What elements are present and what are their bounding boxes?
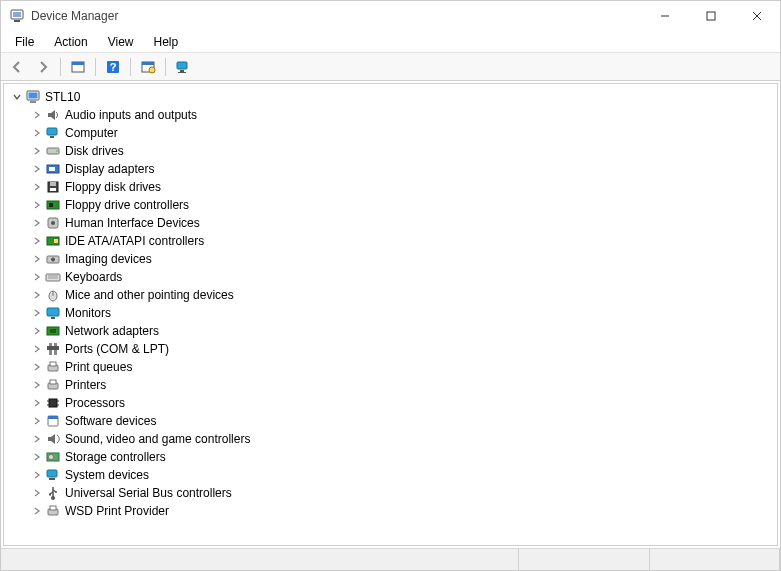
chevron-right-icon[interactable]	[30, 270, 44, 284]
floppy-icon	[45, 179, 61, 195]
chevron-right-icon[interactable]	[30, 216, 44, 230]
chevron-right-icon[interactable]	[30, 306, 44, 320]
svg-rect-30	[49, 203, 53, 207]
tree-category[interactable]: Software devices	[6, 412, 775, 430]
tree-category[interactable]: Display adapters	[6, 160, 775, 178]
tree-category[interactable]: Imaging devices	[6, 250, 775, 268]
tree-category[interactable]: Ports (COM & LPT)	[6, 340, 775, 358]
devices-button[interactable]	[171, 56, 195, 78]
forward-button[interactable]	[31, 56, 55, 78]
svg-point-32	[51, 221, 55, 225]
tree-category-label: IDE ATA/ATAPI controllers	[65, 234, 204, 248]
tree-category-label: WSD Print Provider	[65, 504, 169, 518]
chevron-right-icon[interactable]	[30, 144, 44, 158]
svg-rect-8	[72, 62, 84, 65]
minimize-button[interactable]	[642, 1, 688, 31]
mouse-icon	[45, 287, 61, 303]
chevron-right-icon[interactable]	[30, 450, 44, 464]
computer-icon	[45, 125, 61, 141]
svg-rect-4	[707, 12, 715, 20]
chevron-right-icon[interactable]	[30, 360, 44, 374]
menu-view[interactable]: View	[98, 33, 144, 51]
chevron-right-icon[interactable]	[30, 396, 44, 410]
chevron-right-icon[interactable]	[30, 468, 44, 482]
svg-rect-53	[49, 399, 57, 407]
system-icon	[45, 467, 61, 483]
toolbar: ?	[1, 53, 780, 81]
tree-category[interactable]: Audio inputs and outputs	[6, 106, 775, 124]
tree-category[interactable]: Processors	[6, 394, 775, 412]
tree-category[interactable]: Network adapters	[6, 322, 775, 340]
show-hidden-button[interactable]	[66, 56, 90, 78]
chevron-right-icon[interactable]	[30, 504, 44, 518]
close-button[interactable]	[734, 1, 780, 31]
status-segment	[1, 549, 519, 570]
tree-root[interactable]: STL10	[6, 88, 775, 106]
tree-category[interactable]: IDE ATA/ATAPI controllers	[6, 232, 775, 250]
chevron-right-icon[interactable]	[30, 342, 44, 356]
menu-file[interactable]: File	[5, 33, 44, 51]
tree-category-label: Print queues	[65, 360, 132, 374]
menu-action[interactable]: Action	[44, 33, 97, 51]
chevron-right-icon[interactable]	[30, 486, 44, 500]
help-button[interactable]: ?	[101, 56, 125, 78]
tree-category-label: Floppy drive controllers	[65, 198, 189, 212]
svg-point-65	[55, 491, 57, 493]
tree-category[interactable]: Universal Serial Bus controllers	[6, 484, 775, 502]
tree-category-label: Floppy disk drives	[65, 180, 161, 194]
tree-category[interactable]: Print queues	[6, 358, 775, 376]
svg-rect-21	[50, 136, 54, 138]
back-button[interactable]	[5, 56, 29, 78]
tree-category-label: Sound, video and game controllers	[65, 432, 250, 446]
tree-category[interactable]: Disk drives	[6, 142, 775, 160]
tree-category[interactable]: Floppy drive controllers	[6, 196, 775, 214]
chevron-right-icon[interactable]	[30, 108, 44, 122]
tree-category[interactable]: Mice and other pointing devices	[6, 286, 775, 304]
scan-hardware-button[interactable]	[136, 56, 160, 78]
tree-category-label: Mice and other pointing devices	[65, 288, 234, 302]
window-title: Device Manager	[31, 9, 118, 23]
tree-category[interactable]: Sound, video and game controllers	[6, 430, 775, 448]
maximize-button[interactable]	[688, 1, 734, 31]
chevron-right-icon[interactable]	[30, 162, 44, 176]
chevron-right-icon[interactable]	[30, 324, 44, 338]
svg-text:?: ?	[110, 61, 117, 73]
svg-rect-1	[13, 12, 21, 17]
tree-category[interactable]: Floppy disk drives	[6, 178, 775, 196]
usb-icon	[45, 485, 61, 501]
tree-category-label: System devices	[65, 468, 149, 482]
toolbar-separator	[60, 58, 61, 76]
chevron-right-icon[interactable]	[30, 198, 44, 212]
tree-category-label: Display adapters	[65, 162, 154, 176]
tree-category-label: Human Interface Devices	[65, 216, 200, 230]
tree-category[interactable]: System devices	[6, 466, 775, 484]
chevron-right-icon[interactable]	[30, 252, 44, 266]
tree-category[interactable]: Storage controllers	[6, 448, 775, 466]
svg-rect-25	[49, 167, 55, 171]
tree-category[interactable]: Printers	[6, 376, 775, 394]
keyboard-icon	[45, 269, 61, 285]
chevron-right-icon[interactable]	[30, 378, 44, 392]
chevron-right-icon[interactable]	[30, 180, 44, 194]
tree-category[interactable]: Human Interface Devices	[6, 214, 775, 232]
monitor-icon	[45, 305, 61, 321]
chevron-right-icon[interactable]	[30, 126, 44, 140]
tree-category[interactable]: Keyboards	[6, 268, 775, 286]
statusbar	[1, 548, 780, 570]
device-tree: STL10 Audio inputs and outputsComputerDi…	[4, 84, 777, 524]
hid-icon	[45, 215, 61, 231]
svg-rect-68	[50, 506, 56, 510]
chevron-right-icon[interactable]	[30, 414, 44, 428]
tree-category[interactable]: WSD Print Provider	[6, 502, 775, 520]
chevron-down-icon[interactable]	[10, 90, 24, 104]
svg-rect-28	[50, 188, 56, 191]
tree-category-label: Audio inputs and outputs	[65, 108, 197, 122]
tree-category[interactable]: Computer	[6, 124, 775, 142]
device-tree-container[interactable]: STL10 Audio inputs and outputsComputerDi…	[3, 83, 778, 546]
chevron-right-icon[interactable]	[30, 432, 44, 446]
chevron-right-icon[interactable]	[30, 234, 44, 248]
chevron-right-icon[interactable]	[30, 288, 44, 302]
svg-rect-27	[50, 182, 56, 186]
menu-help[interactable]: Help	[144, 33, 189, 51]
tree-category[interactable]: Monitors	[6, 304, 775, 322]
